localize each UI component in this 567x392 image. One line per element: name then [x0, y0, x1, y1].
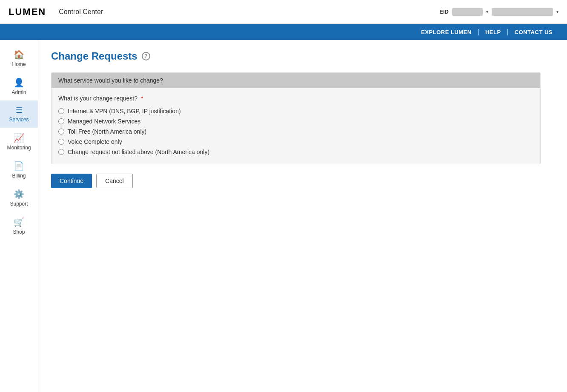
radio-input-1[interactable] [58, 108, 64, 114]
radio-label-3: Toll Free (North America only) [68, 128, 146, 135]
sidebar-item-home[interactable]: 🏠 Home [0, 44, 38, 72]
form-question: What is your change request? * [58, 95, 533, 102]
sidebar-item-shop-label: Shop [13, 229, 25, 235]
eid-value: XXXXXXX [452, 8, 483, 16]
radio-label-1: Internet & VPN (DNS, BGP, IP justificati… [68, 108, 181, 114]
main-layout: 🏠 Home 👤 Admin ☰ Services 📈 Monitoring 📄… [0, 40, 567, 392]
top-header: LUMEN Control Center EID XXXXXXX ▾ XXXXX… [0, 0, 567, 24]
cancel-button[interactable]: Cancel [96, 174, 133, 188]
sidebar: 🏠 Home 👤 Admin ☰ Services 📈 Monitoring 📄… [0, 40, 38, 392]
sidebar-item-billing[interactable]: 📄 Billing [0, 156, 38, 184]
sidebar-item-services-label: Services [9, 117, 29, 123]
page-title-row: Change Requests ? [51, 50, 554, 62]
sidebar-item-support-label: Support [10, 201, 28, 207]
sidebar-item-home-label: Home [12, 61, 26, 67]
form-body: What is your change request? * Internet … [52, 95, 540, 155]
radio-input-3[interactable] [58, 129, 64, 134]
eid-label: EID [439, 9, 449, 15]
radio-input-2[interactable] [58, 118, 64, 124]
admin-icon: 👤 [14, 77, 24, 88]
blue-nav-bar: EXPLORE LUMEN | HELP | CONTACT US [0, 24, 567, 40]
question-text: What is your change request? [58, 95, 137, 102]
help-link[interactable]: HELP [479, 29, 507, 35]
radio-input-5[interactable] [58, 149, 64, 155]
app-title: Control Center [59, 8, 103, 16]
sidebar-item-shop[interactable]: 🛒 Shop [0, 212, 38, 240]
radio-option-5[interactable]: Change request not listed above (North A… [58, 149, 533, 155]
radio-label-4: Voice Complete only [68, 138, 122, 145]
radio-input-4[interactable] [58, 139, 64, 145]
home-icon: 🏠 [14, 49, 24, 60]
header-right: EID XXXXXXX ▾ XXXXXXXXXXXX ▾ [439, 8, 558, 16]
sidebar-item-support[interactable]: ⚙️ Support [0, 184, 38, 212]
page-title: Change Requests [51, 50, 137, 62]
continue-button[interactable]: Continue [51, 174, 92, 188]
sidebar-item-monitoring[interactable]: 📈 Monitoring [0, 128, 38, 156]
required-indicator: * [139, 95, 143, 102]
radio-option-1[interactable]: Internet & VPN (DNS, BGP, IP justificati… [58, 108, 533, 114]
sidebar-item-billing-label: Billing [12, 173, 26, 179]
radio-option-2[interactable]: Managed Network Services [58, 118, 533, 125]
shop-icon: 🛒 [14, 217, 24, 227]
user-value: XXXXXXXXXXXX [492, 8, 553, 16]
form-card-header: What service would you like to change? [52, 73, 540, 88]
billing-icon: 📄 [14, 161, 24, 171]
sidebar-item-admin[interactable]: 👤 Admin [0, 72, 38, 100]
services-icon: ☰ [16, 106, 23, 115]
radio-option-3[interactable]: Toll Free (North America only) [58, 128, 533, 135]
lumen-logo: LUMEN [9, 6, 46, 17]
radio-label-2: Managed Network Services [68, 118, 140, 125]
sidebar-item-monitoring-label: Monitoring [7, 145, 31, 151]
form-card: What service would you like to change? W… [51, 72, 541, 164]
action-buttons: Continue Cancel [51, 174, 554, 188]
sidebar-item-admin-label: Admin [11, 89, 26, 95]
radio-label-5: Change request not listed above (North A… [68, 149, 209, 155]
support-icon: ⚙️ [14, 189, 24, 199]
monitoring-icon: 📈 [14, 133, 24, 143]
radio-group: Internet & VPN (DNS, BGP, IP justificati… [58, 108, 533, 155]
help-circle-icon[interactable]: ? [142, 52, 150, 60]
sidebar-item-services[interactable]: ☰ Services [0, 100, 38, 128]
radio-option-4[interactable]: Voice Complete only [58, 138, 533, 145]
user-chevron-icon[interactable]: ▾ [556, 9, 558, 14]
main-content: Change Requests ? What service would you… [38, 40, 567, 392]
eid-chevron-icon[interactable]: ▾ [486, 9, 488, 14]
contact-us-link[interactable]: CONTACT US [509, 29, 558, 35]
explore-lumen-link[interactable]: EXPLORE LUMEN [415, 29, 477, 35]
